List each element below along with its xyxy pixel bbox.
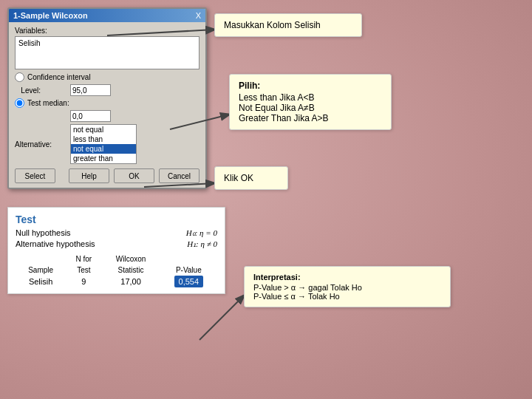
alt-option-not-equal2[interactable]: not equal [71,144,136,154]
alt-option-greater-than[interactable]: greater than [71,154,136,163]
test-median-input[interactable] [70,110,111,122]
ok-button[interactable]: OK [114,168,154,183]
callout-masukkan: Masukkan Kolom Selisih [214,13,362,37]
callout-pilih: Pilih: Less than Jika A<B Not Equal Jika… [229,74,392,130]
test-median-row: Test median: [15,98,200,108]
level-row: Level: [15,84,200,96]
dialog-titlebar: 1-Sample Wilcoxon X [9,9,205,22]
alt-option-less-than[interactable]: less than [71,134,136,144]
callout-klik: Klik OK [214,166,288,190]
col-n-for: N for [66,253,101,265]
table-row: Selisih 9 17,00 0,554 [16,276,217,287]
alt-hypothesis-formula: H₁: η ≠ 0 [187,239,217,249]
svg-line-3 [200,296,244,340]
wilcoxon-dialog[interactable]: 1-Sample Wilcoxon X Variables: Selisih C… [7,7,207,189]
cancel-button[interactable]: Cancel [159,168,200,183]
test-title: Test [16,214,217,225]
null-hypothesis-row: Null hypothesis H₀: η = 0 [16,228,217,238]
table-header-row: N for Wilcoxon [16,253,217,265]
test-result-box: Test Null hypothesis H₀: η = 0 Alternati… [7,207,225,294]
confidence-interval-row: Confidence interval [15,72,200,82]
level-label: Level: [15,86,70,95]
pvalue-badge: 0,554 [174,276,204,287]
col-sample2: Sample [16,265,66,276]
select-button[interactable]: Select [15,168,55,183]
alt-hypothesis-label: Alternative hypothesis [16,239,112,249]
variable-item: Selisih [17,38,197,48]
masukkan-text: Masukkan Kolom Selisih [224,20,321,30]
help-button[interactable]: Help [69,168,109,183]
col-pvalue-header [160,253,217,265]
pilih-greater: Greater Than Jika A>B [239,113,382,123]
col-sample [16,253,66,265]
interpretasi-line1: P-Value > α → gagal Tolak Ho [253,283,441,292]
variables-listbox[interactable]: Selisih [15,36,200,69]
alternative-select[interactable]: not equal less than not equal greater th… [70,124,137,164]
alternative-row: Alternative: not equal less than not equ… [15,124,200,164]
col-pvalue: P-Value [160,265,217,276]
row-pvalue: 0,554 [160,276,217,287]
col-test: Test [66,265,101,276]
null-hypothesis-formula: H₀: η = 0 [186,228,217,238]
pilih-not-equal: Not Equal Jika A≠B [239,103,382,113]
alt-hypothesis-row: Alternative hypothesis H₁: η ≠ 0 [16,239,217,249]
table-header-row2: Sample Test Statistic P-Value [16,265,217,276]
level-input[interactable] [70,84,111,96]
interpretasi-title: Interpretasi: [253,273,441,282]
col-wilcoxon: Wilcoxon [102,253,160,265]
alt-option-not-equal1[interactable]: not equal [71,125,136,134]
klik-text: Klik OK [224,173,253,183]
col-statistic: Statistic [102,265,160,276]
test-median-value-row [15,110,200,122]
alternative-label: Alternative: [15,140,70,149]
test-median-radio[interactable] [15,98,24,108]
test-table: N for Wilcoxon Sample Test Statistic P-V… [16,253,217,287]
confidence-interval-radio[interactable] [15,72,24,82]
interpretasi-line2: P-Value ≤ α → Tolak Ho [253,292,441,301]
dialog-body: Variables: Selisih Confidence interval L… [9,22,205,188]
row-wilcoxon: 17,00 [102,276,160,287]
row-label: Selisih [16,276,66,287]
row-n: 9 [66,276,101,287]
test-median-label: Test median: [27,99,69,107]
null-hypothesis-label: Null hypothesis [16,228,112,238]
confidence-interval-label: Confidence interval [27,73,91,81]
dialog-title: 1-Sample Wilcoxon [13,11,88,20]
test-median-spacer [15,112,70,120]
pilih-title: Pilih: [239,81,382,91]
variables-label: Variables: [15,27,200,35]
pilih-less: Less than Jika A<B [239,92,382,103]
callout-interpretasi: Interpretasi: P-Value > α → gagal Tolak … [244,266,451,307]
dialog-close-button[interactable]: X [196,11,201,20]
